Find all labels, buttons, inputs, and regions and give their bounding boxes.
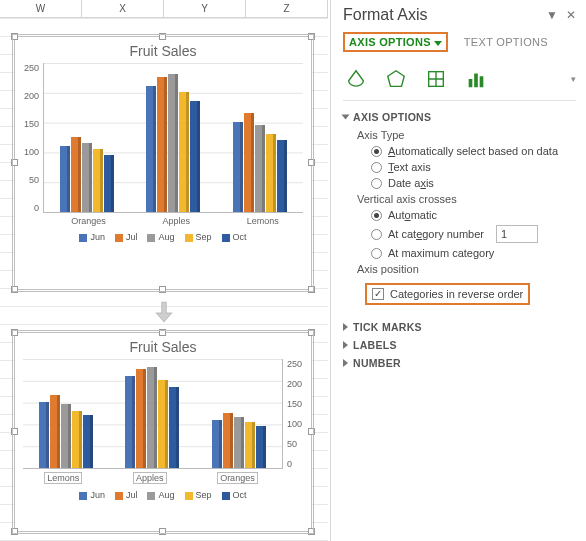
column-headers: W X Y Z [0,0,328,18]
svg-rect-3 [474,74,478,88]
arrow-down-icon [150,298,178,326]
radio-at-category-number[interactable]: At category number1 [371,225,576,243]
y-axis[interactable]: 250200150100500 [15,63,43,213]
plot-area[interactable] [23,359,283,469]
format-axis-pane: Format Axis ▼ ✕ AXIS OPTIONS TEXT OPTION… [330,0,586,541]
chevron-down-icon [434,41,442,46]
svg-rect-2 [469,79,473,87]
section-number[interactable]: NUMBER [343,357,576,369]
label-axis-type: Axis Type [357,129,576,141]
radio-automatic[interactable]: Automatic [371,209,576,221]
tab-axis-options[interactable]: AXIS OPTIONS [343,32,448,52]
category-number-input[interactable]: 1 [496,225,538,243]
axis-options-icon[interactable] [463,66,489,92]
close-icon[interactable]: ✕ [566,8,576,22]
chart-title[interactable]: Fruit Sales [15,37,311,63]
section-labels[interactable]: LABELS [343,339,576,351]
chart-legend[interactable]: JunJulAugSepOct [15,486,311,504]
tab-text-options[interactable]: TEXT OPTIONS [464,36,548,48]
col-header[interactable]: Z [246,0,328,17]
x-axis-labels[interactable]: LemonsApplesOranges [15,469,311,486]
col-header[interactable]: Y [164,0,246,17]
chevron-down-icon[interactable]: ▾ [571,74,576,84]
svg-marker-0 [388,71,405,87]
section-axis-options[interactable]: AXIS OPTIONS [343,111,576,123]
effects-icon[interactable] [383,66,409,92]
size-properties-icon[interactable] [423,66,449,92]
pane-options-icon[interactable]: ▼ [546,8,558,22]
section-tick-marks[interactable]: TICK MARKS [343,321,576,333]
chart-title[interactable]: Fruit Sales [15,333,311,359]
radio-text-axis[interactable]: Text axis [371,161,576,173]
svg-rect-4 [480,76,484,87]
checkbox-categories-reverse[interactable]: Categories in reverse order [365,283,530,305]
pane-title: Format Axis [343,6,427,24]
plot-area[interactable] [43,63,303,213]
chart-legend[interactable]: JunJulAugSepOct [15,228,311,246]
radio-date-axis[interactable]: Date axis [371,177,576,189]
fill-line-icon[interactable] [343,66,369,92]
checkbox-icon [372,288,384,300]
x-axis-labels[interactable]: OrangesApplesLemons [15,213,311,228]
label-vertical-axis-crosses: Vertical axis crosses [357,193,576,205]
chart-object-2[interactable]: Fruit Sales 250200150100500 LemonsApples… [14,332,312,532]
col-header[interactable]: W [0,0,82,17]
worksheet-area: W X Y Z Fruit Sales 250200150100500 Oran… [0,0,328,541]
label-axis-position: Axis position [357,263,576,275]
radio-at-maximum-category[interactable]: At maximum category [371,247,576,259]
chart-object-1[interactable]: Fruit Sales 250200150100500 OrangesApple… [14,36,312,290]
radio-auto-select[interactable]: Automatically select based on data [371,145,576,157]
y-axis[interactable]: 250200150100500 [283,359,311,469]
col-header[interactable]: X [82,0,164,17]
